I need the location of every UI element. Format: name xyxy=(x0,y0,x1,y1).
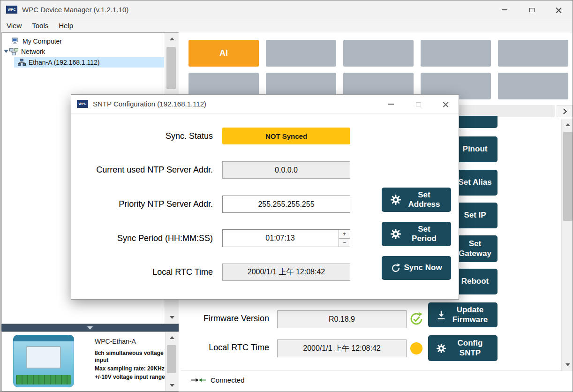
tab-placeholder[interactable] xyxy=(498,40,568,67)
menu-view[interactable]: View xyxy=(1,20,27,31)
menu-help[interactable]: Help xyxy=(53,20,78,31)
local-rtc-time-label: Local RTC Time xyxy=(181,343,269,353)
minimize-button[interactable] xyxy=(494,0,515,19)
maximize-icon xyxy=(416,102,421,106)
connected-icon xyxy=(191,377,206,384)
connection-status-text: Connected xyxy=(211,376,245,384)
maximize-button[interactable] xyxy=(521,0,543,19)
close-icon xyxy=(442,101,449,108)
button-label: Set Gateway xyxy=(457,239,493,258)
main-scrollbar[interactable] xyxy=(561,119,573,371)
device-lcd-screen xyxy=(26,346,61,369)
current-ntp-label: Current used NTP Server Addr. xyxy=(75,161,213,179)
sync-status-label: Sync. Status xyxy=(75,128,213,144)
spinner-down-button[interactable]: − xyxy=(339,239,350,247)
device-spec-line: +/-10V voltage input range xyxy=(95,374,171,381)
scroll-up-button[interactable] xyxy=(562,119,573,131)
dialog-title: SNTP Configuration (192.168.1.112) xyxy=(93,100,206,108)
local-rtc-time-field: 2000/1/1 上午 12:08:42 xyxy=(277,339,407,357)
sync-period-label: Sync Period (HH:MM:SS) xyxy=(75,229,213,247)
tree-item-network[interactable]: Network xyxy=(9,47,45,56)
sntp-config-dialog: WPC SNTP Configuration (192.168.1.112) S… xyxy=(71,94,459,300)
menu-tools[interactable]: Tools xyxy=(27,20,53,31)
arrow-up-icon xyxy=(170,336,174,339)
arrow-up-icon xyxy=(170,38,174,40)
dialog-minimize-button[interactable] xyxy=(382,95,400,113)
sync-icon xyxy=(391,263,401,273)
sync-period-input[interactable] xyxy=(222,229,350,247)
device-specs: 8ch simultaneous voltage input Max sampl… xyxy=(95,350,171,382)
tab-ai[interactable]: AI xyxy=(188,40,259,67)
arrow-down-icon xyxy=(170,384,174,387)
dialog-logo-icon: WPC xyxy=(77,100,88,108)
scroll-down-button[interactable] xyxy=(562,359,573,371)
button-label: Set IP xyxy=(464,211,486,220)
spinner-buttons: + − xyxy=(339,230,350,247)
tab-placeholder[interactable] xyxy=(498,73,568,99)
firmware-ok-icon xyxy=(409,312,423,326)
sync-period-spinner: + − xyxy=(222,229,350,247)
titlebar: WPC WPC Device Manager (v.1.2.1.10) xyxy=(0,0,573,19)
network-icon xyxy=(9,48,18,56)
panel-splitter[interactable] xyxy=(1,324,179,332)
arrow-down-icon xyxy=(170,316,174,319)
firmware-version-field: R0.18.9 xyxy=(277,310,407,328)
button-label: Config SNTP xyxy=(451,339,490,358)
firmware-version-label: Firmware Version xyxy=(181,314,269,324)
window-title: WPC Device Manager (v.1.2.1.10) xyxy=(22,6,128,14)
button-label: Pinout xyxy=(463,144,488,154)
set-address-button[interactable]: Set Address xyxy=(382,188,451,212)
minimize-icon xyxy=(502,9,507,10)
set-period-button[interactable]: Set Period xyxy=(382,222,451,246)
scroll-down-button[interactable] xyxy=(165,311,179,324)
tab-placeholder[interactable] xyxy=(421,40,491,67)
tree-expander-icon[interactable] xyxy=(4,50,8,53)
download-icon xyxy=(436,310,446,320)
device-top-cap xyxy=(13,335,74,341)
scrollbar-thumb[interactable] xyxy=(166,47,176,89)
button-label: Update Firmware xyxy=(451,305,490,324)
rtc-status-indicator xyxy=(410,342,422,354)
tab-placeholder[interactable] xyxy=(266,40,336,67)
scroll-up-button[interactable] xyxy=(166,332,179,343)
update-firmware-button[interactable]: Update Firmware xyxy=(428,302,498,327)
button-label: Sync Now xyxy=(404,263,442,272)
priority-ntp-input[interactable] xyxy=(222,196,350,213)
tab-placeholder[interactable] xyxy=(343,40,414,67)
button-label: Reboot xyxy=(461,277,489,286)
gear-icon xyxy=(390,228,401,240)
button-label: Set Alias xyxy=(458,178,491,187)
priority-ntp-label: Priority NTP Server Addr. xyxy=(75,196,213,213)
scroll-down-button[interactable] xyxy=(166,380,179,391)
device-panel-scrollbar[interactable] xyxy=(165,332,179,391)
spinner-up-button[interactable]: + xyxy=(339,230,350,239)
dialog-titlebar: WPC SNTP Configuration (192.168.1.112) xyxy=(71,95,459,113)
app-logo-icon: WPC xyxy=(6,6,17,14)
tree-item-device-ethan-a[interactable]: Ethan-A (192.168.1.112) xyxy=(18,58,100,67)
gear-icon xyxy=(390,194,401,205)
app-window: WPC WPC Device Manager (v.1.2.1.10) View… xyxy=(0,0,573,392)
gear-icon xyxy=(436,343,446,354)
config-sntp-button[interactable]: Config SNTP xyxy=(428,335,498,361)
statusbar-divider xyxy=(181,370,573,370)
splitter-collapse-icon xyxy=(87,326,93,330)
menubar: View Tools Help xyxy=(0,19,573,32)
workgroup-icon xyxy=(18,59,26,67)
dialog-close-button[interactable] xyxy=(436,95,455,113)
tree-item-my-computer[interactable]: My Computer xyxy=(11,37,62,46)
scroll-up-button[interactable] xyxy=(165,33,179,45)
close-icon xyxy=(555,7,562,14)
device-info-panel: WPC-Ethan-A 8ch simultaneous voltage inp… xyxy=(1,332,179,392)
scrollbar-thumb[interactable] xyxy=(167,345,176,373)
current-ntp-field: 0.0.0.0 xyxy=(222,161,350,179)
scroll-right-button[interactable] xyxy=(557,105,573,117)
sync-now-button[interactable]: Sync Now xyxy=(382,256,451,280)
device-name: WPC-Ethan-A xyxy=(95,338,136,345)
scrollbar-thumb[interactable] xyxy=(563,132,573,221)
sync-status-badge: NOT Synced xyxy=(222,128,350,144)
close-button[interactable] xyxy=(548,0,569,19)
tree-item-label: Network xyxy=(21,48,45,55)
device-spec-line: Max sampling rate: 20KHz xyxy=(95,365,171,372)
tree-item-label: Ethan-A (192.168.1.112) xyxy=(29,59,100,66)
device-terminal-block xyxy=(16,375,71,384)
